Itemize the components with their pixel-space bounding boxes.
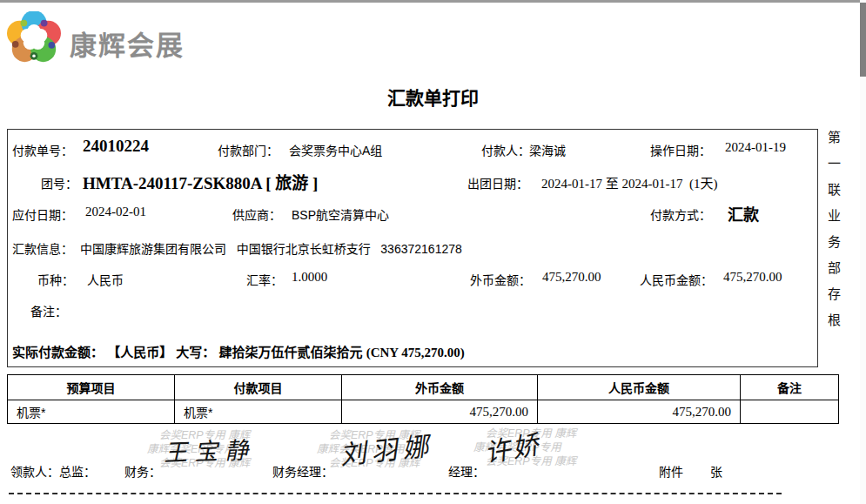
due-date-label: 应付日期：: [12, 205, 73, 223]
table-header-row: 预算项目 付款项目 外币金额 人民币金额 备注: [8, 375, 839, 400]
payer-label: 付款人：: [481, 141, 530, 158]
finance-label: 财务：: [124, 462, 161, 480]
due-date-value: 2024-02-01: [85, 205, 146, 219]
rate-label: 汇率：: [246, 271, 283, 288]
cell-cny-amount: 475,270.00: [538, 400, 741, 424]
actual-amount-number: (CNY 475,270.00): [366, 346, 465, 360]
currency-label: 币种：: [37, 271, 74, 288]
cny-amount-value: 475,270.00: [723, 270, 782, 285]
tour-date-value: 2024-01-17 至 2024-01-17 (1天): [541, 173, 717, 192]
col-pay-item: 付款项目: [175, 375, 342, 400]
col-budget-item: 预算项目: [8, 375, 175, 400]
col-cny-amount: 人民币金额: [538, 375, 741, 400]
cell-foreign-amount: 475,270.00: [342, 400, 538, 424]
op-date-label: 操作日期：: [650, 141, 711, 158]
foreign-amount-label: 外币金额：: [470, 271, 531, 288]
table-row: 机票* 机票* 475,270.00 475,270.00: [8, 400, 839, 424]
dept-value: 会奖票务中心A组: [289, 141, 382, 158]
payment-no-value: 24010224: [83, 137, 149, 156]
brand-flower-logo: [7, 11, 61, 65]
cell-budget-item: 机票*: [8, 400, 175, 424]
finance-signature: 王宝静: [163, 431, 255, 468]
remit-info-label: 汇款信息：: [12, 239, 73, 257]
copy-stub-label: 第一联业务部存根: [824, 131, 843, 339]
remit-info-value: 中国康辉旅游集团有限公司 中国银行北京长虹桥支行 336372161278: [80, 239, 462, 257]
pay-method-label: 付款方式：: [650, 205, 711, 223]
cny-amount-label: 人民币金额：: [640, 271, 713, 288]
director-label: 总监：: [59, 462, 96, 480]
group-no-label: 团号：: [41, 174, 77, 192]
cell-remark: [741, 400, 839, 424]
op-date-value: 2024-01-19: [725, 140, 786, 155]
manager-label: 经理：: [448, 462, 485, 480]
remark-label: 备注：: [30, 302, 67, 319]
payment-no-label: 付款单号：: [12, 141, 73, 158]
page-title: 汇款单打印: [0, 84, 866, 110]
col-remark: 备注: [741, 375, 839, 400]
payer-value: 梁海诚: [529, 141, 566, 158]
separator-dashed-line: [9, 493, 782, 494]
foreign-amount-value: 475,270.00: [542, 270, 601, 285]
window-top-border: [0, 0, 866, 3]
supplier-label: 供应商：: [232, 205, 281, 223]
attachment-unit: 张: [710, 462, 722, 480]
brand-name: 康辉会展: [70, 24, 185, 63]
group-no-value: HMTA-240117-ZSK880A [ 旅游 ]: [83, 170, 318, 193]
actual-amount-words: 实际付款金额： 【人民币】 大写： 肆拾柒万伍仟贰佰柒拾元: [12, 345, 366, 360]
scrollbar-track[interactable]: [860, 0, 866, 504]
actual-amount-line: 实际付款金额： 【人民币】 大写： 肆拾柒万伍仟贰佰柒拾元 (CNY 475,2…: [12, 342, 465, 360]
items-table: 预算项目 付款项目 外币金额 人民币金额 备注 机票* 机票* 475,270.…: [7, 374, 839, 424]
pay-method-value: 汇款: [728, 202, 759, 225]
attachment-label: 附件: [659, 462, 683, 480]
tour-date-label: 出团日期：: [467, 174, 528, 192]
cell-pay-item: 机票*: [175, 400, 342, 424]
payee-label: 领款人：: [10, 462, 59, 480]
rate-value: 1.0000: [292, 270, 327, 285]
finance-mgr-label: 财务经理：: [272, 462, 333, 480]
currency-value: 人民币: [87, 271, 124, 288]
scrollbar-thumb[interactable]: [860, 3, 866, 77]
supplier-value: BSP航空清算中心: [292, 205, 389, 223]
remittance-print-page: 康辉会展 汇款单打印 付款单号： 24010224 付款部门： 会奖票务中心A组…: [0, 0, 866, 504]
col-foreign-amount: 外币金额: [342, 375, 538, 400]
dept-label: 付款部门：: [218, 141, 279, 158]
